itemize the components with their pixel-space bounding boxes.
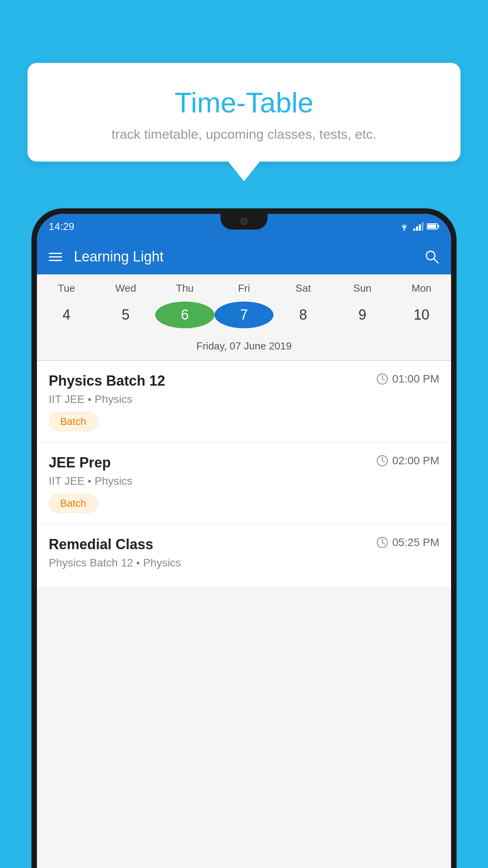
speech-bubble: Time-Table track timetable, upcoming cla…	[28, 63, 460, 162]
day-names-row: Tue Wed Thu Fri Sat Sun Mon	[37, 274, 451, 298]
svg-line-12	[382, 379, 385, 381]
svg-rect-4	[422, 222, 424, 231]
event-header-1: Physics Batch 12 01:00 PM	[49, 373, 439, 389]
svg-rect-1	[413, 228, 415, 231]
app-title: Learning Light	[74, 248, 413, 265]
speech-bubble-container: Time-Table track timetable, upcoming cla…	[28, 63, 460, 181]
phone-frame: 14:29	[31, 208, 457, 868]
svg-line-18	[382, 542, 385, 544]
day-name-thu: Thu	[155, 282, 215, 294]
event-title-3: Remedial Class	[49, 536, 153, 553]
event-time-1: 01:00 PM	[376, 373, 439, 385]
event-card-3[interactable]: Remedial Class 05:25 PM Physics Batch 12…	[37, 524, 451, 587]
clock-icon-3	[376, 537, 388, 548]
app-feature-subtitle: track timetable, upcoming classes, tests…	[43, 127, 445, 142]
svg-line-15	[382, 461, 385, 462]
wifi-icon	[398, 222, 410, 231]
day-4[interactable]: 4	[37, 302, 96, 328]
day-9[interactable]: 9	[333, 302, 392, 328]
event-time-text-2: 02:00 PM	[392, 454, 439, 467]
calendar-header: Tue Wed Thu Fri Sat Sun Mon 4 5 6 7	[37, 274, 451, 361]
day-6-today[interactable]: 6	[155, 302, 215, 328]
day-name-sat: Sat	[273, 282, 333, 294]
day-8[interactable]: 8	[273, 302, 333, 328]
svg-rect-3	[419, 224, 421, 231]
camera	[240, 218, 248, 225]
day-10[interactable]: 10	[392, 302, 451, 328]
hamburger-menu-button[interactable]	[49, 253, 62, 261]
day-5[interactable]: 5	[96, 302, 156, 328]
day-name-mon: Mon	[392, 282, 451, 294]
event-subtitle-3: Physics Batch 12 • Physics	[49, 557, 439, 569]
event-time-2: 02:00 PM	[376, 454, 439, 467]
event-subtitle-2: IIT JEE • Physics	[49, 475, 439, 487]
speech-bubble-arrow	[228, 162, 260, 181]
event-subtitle-1: IIT JEE • Physics	[49, 393, 439, 406]
svg-rect-2	[416, 226, 418, 231]
status-icons	[398, 222, 439, 231]
clock-icon-2	[376, 455, 388, 467]
app-feature-title: Time-Table	[43, 86, 445, 119]
event-header-3: Remedial Class 05:25 PM	[49, 536, 439, 553]
svg-rect-7	[427, 224, 436, 228]
svg-rect-6	[438, 225, 439, 228]
day-name-fri: Fri	[215, 282, 274, 294]
event-card-2[interactable]: JEE Prep 02:00 PM IIT JEE • Physics Batc…	[37, 443, 451, 524]
status-bar: 14:29	[37, 214, 451, 239]
day-numbers-row: 4 5 6 7 8 9 10	[37, 298, 451, 336]
event-time-3: 05:25 PM	[376, 536, 439, 549]
day-name-wed: Wed	[96, 282, 156, 294]
svg-point-0	[404, 229, 405, 231]
day-name-sun: Sun	[333, 282, 392, 294]
event-title-1: Physics Batch 12	[49, 373, 165, 389]
event-header-2: JEE Prep 02:00 PM	[49, 454, 439, 471]
event-time-text-3: 05:25 PM	[392, 536, 439, 549]
search-icon[interactable]	[424, 249, 439, 264]
day-name-tue: Tue	[37, 282, 96, 294]
batch-badge-1: Batch	[49, 412, 98, 431]
selected-date-label: Friday, 07 June 2019	[37, 336, 451, 360]
app-bar: Learning Light	[37, 239, 451, 274]
events-list: Physics Batch 12 01:00 PM IIT JEE • Phys…	[37, 361, 451, 587]
svg-line-9	[434, 259, 438, 263]
signal-icon	[413, 222, 424, 231]
clock-icon-1	[376, 373, 388, 385]
day-7-selected[interactable]: 7	[215, 302, 274, 328]
event-title-2: JEE Prep	[49, 454, 111, 471]
event-card-1[interactable]: Physics Batch 12 01:00 PM IIT JEE • Phys…	[37, 361, 451, 443]
notch	[220, 214, 268, 230]
batch-badge-2: Batch	[49, 494, 98, 513]
event-time-text-1: 01:00 PM	[392, 373, 439, 385]
phone-screen: 14:29	[37, 214, 451, 868]
battery-icon	[427, 223, 439, 230]
status-time: 14:29	[49, 221, 74, 233]
